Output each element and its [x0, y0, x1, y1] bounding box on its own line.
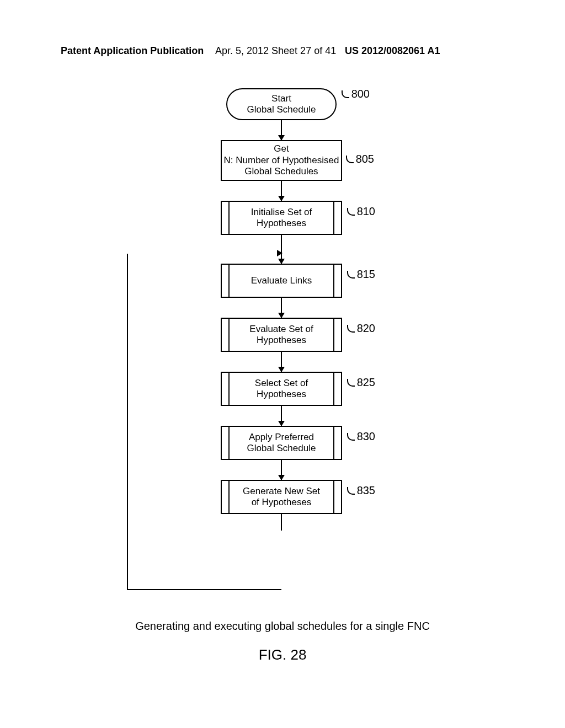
step-810-line2: Hypotheses	[257, 218, 306, 229]
step-810: Initialise Set of Hypotheses 810	[221, 201, 342, 235]
step-800-line2: Global Schedule	[247, 104, 316, 115]
ref-820: 820	[347, 322, 375, 335]
ref-810: 810	[347, 205, 375, 218]
header-publication: Patent Application Publication	[61, 45, 204, 57]
step-800-line1: Start	[271, 93, 291, 104]
step-805-line3: Global Schedules	[244, 166, 318, 177]
step-805-line2: N: Number of Hypothesised	[224, 155, 339, 166]
figure-label: FIG. 28	[0, 646, 565, 663]
step-805: Get N: Number of Hypothesised Global Sch…	[221, 140, 342, 181]
ref-830: 830	[347, 430, 375, 443]
ref-800: 800	[342, 87, 370, 100]
step-805-line1: Get	[274, 143, 289, 154]
ref-825: 825	[347, 376, 375, 389]
header-pub-number: US 2012/0082061 A1	[345, 45, 440, 57]
arrow-805-810	[281, 181, 282, 201]
loopback-835-to-815	[127, 254, 281, 590]
ref-835: 835	[347, 484, 375, 497]
flowchart: Start Global Schedule 800 Get N: Number …	[149, 88, 414, 531]
arrow-800-805	[281, 120, 282, 140]
header-date-sheet: Apr. 5, 2012 Sheet 27 of 41	[215, 45, 336, 57]
ref-815: 815	[347, 268, 375, 281]
step-800-start: Start Global Schedule 800	[226, 88, 337, 120]
ref-805: 805	[346, 152, 374, 165]
step-810-line1: Initialise Set of	[251, 207, 312, 218]
figure-caption: Generating and executing global schedule…	[0, 620, 565, 633]
